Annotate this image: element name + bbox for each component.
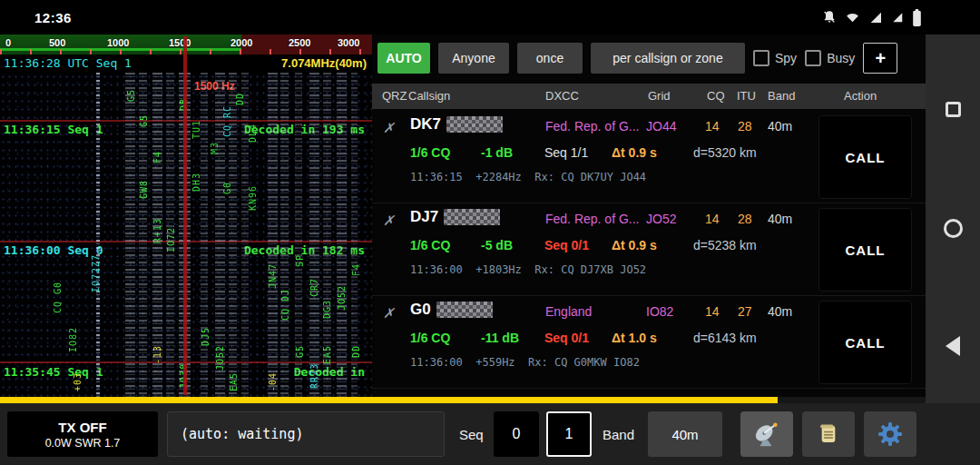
seq-label: Seq: [459, 403, 484, 465]
itu-zone: 27: [738, 304, 752, 319]
trace-callsign-label: IO72Z7: [91, 254, 101, 292]
busy-checkbox-label: Busy: [827, 51, 855, 65]
header-itu: ITU: [737, 84, 756, 109]
anyone-button[interactable]: Anyone: [438, 43, 509, 74]
qrz-status-icon: ✗: [383, 213, 395, 229]
cq-count: 1/6 CQ: [410, 145, 450, 160]
spy-checkbox[interactable]: Spy: [753, 50, 797, 66]
decode-row[interactable]: ✗ DJ7 Fed. Rep. of G... JO52 14 28 40m 1…: [372, 203, 926, 296]
grid-locator: JO44: [646, 119, 676, 134]
add-button[interactable]: +: [863, 43, 897, 74]
trace-callsign-label: EA5: [229, 372, 239, 391]
header-action: Action: [844, 84, 877, 109]
battery-icon: [912, 9, 922, 26]
trace-callsign-label: JO52: [215, 345, 225, 371]
cursor-frequency-label: 1500 Hz: [194, 80, 235, 93]
itu-zone: 28: [738, 119, 752, 134]
settings-button[interactable]: [864, 411, 916, 457]
sequence-time-label: 11:35:45 Seq 1: [4, 365, 103, 379]
callsign: G0: [410, 301, 493, 319]
decode-row[interactable]: ✗ G0 England IO82 14 27 40m 1/6 CQ -11 d…: [372, 296, 926, 389]
freq-tick: 2000: [230, 37, 252, 48]
frequency-cursor-line: [183, 36, 187, 395]
rx-message: 11:36:00 +1803Hz Rx: CQ DJ7XB JO52: [410, 263, 646, 276]
trace-callsign-label: DJ5: [201, 327, 211, 346]
back-button[interactable]: [946, 336, 960, 356]
busy-checkbox[interactable]: Busy: [805, 50, 855, 66]
sequence-time-label: 11:36:15 Seq 1: [4, 123, 103, 136]
trace-callsign-label: JN47: [268, 263, 278, 289]
ft8-app-window: 12:36 0 500 1000 1500 2000 2500 3000 11:…: [0, 0, 980, 465]
decode-panel: AUTO Anyone once per callsign or zone Sp…: [372, 35, 926, 397]
freq-tick: 1500: [169, 37, 191, 48]
recents-button[interactable]: [946, 102, 961, 117]
auto-button[interactable]: AUTO: [377, 43, 430, 74]
radio-connection-button[interactable]: [740, 411, 793, 457]
home-button[interactable]: [944, 219, 963, 238]
trace-callsign-label: JO52: [337, 285, 347, 311]
log-button[interactable]: [802, 411, 855, 457]
callsign-prefix: DJ7: [410, 208, 438, 226]
decode-toolbar: AUTO Anyone once per callsign or zone Sp…: [377, 42, 897, 74]
dxcc-entity: Fed. Rep. of G...: [545, 119, 640, 134]
trace-callsign-label: GW8: [139, 180, 149, 199]
gear-icon: [877, 421, 903, 447]
rx-message: 11:36:15 +2284Hz Rx: CQ DK7UY JO44: [410, 171, 646, 183]
header-band: Band: [768, 84, 795, 109]
sequence-status: Seq 0/1: [544, 331, 589, 345]
qrz-status-icon: ✗: [383, 120, 395, 136]
spy-checkbox-label: Spy: [775, 51, 797, 65]
sequence-time-label: 11:36:00 Seq 0: [4, 243, 103, 257]
censored-callsign-pixels: [444, 209, 500, 225]
seq-odd-button[interactable]: 1: [546, 411, 592, 457]
band-value: 40m: [768, 119, 792, 134]
waterfall-panel: 0 500 1000 1500 2000 2500 3000 11:36:28 …: [0, 35, 372, 397]
status-time: 12:36: [34, 10, 72, 25]
distance: d=5320 km: [693, 145, 757, 160]
busy-checkbox-box[interactable]: [805, 50, 821, 66]
auto-status-text: (auto: waiting): [181, 426, 303, 442]
trace-callsign-label: G5: [295, 345, 305, 358]
freq-tick: 3000: [338, 37, 359, 48]
censored-callsign-pixels: [436, 302, 493, 318]
satellite-dish-icon: [753, 420, 780, 448]
spy-checkbox-box[interactable]: [753, 50, 769, 66]
time-delta: Δt 0.9 s: [612, 238, 657, 252]
sequence-status: Seq 0/1: [544, 238, 589, 252]
decode-table-header: QRZ Callsign DXCC Grid CQ ITU Band Actio…: [372, 84, 926, 109]
once-button[interactable]: once: [517, 43, 583, 74]
trace-callsign-label: IO82: [68, 327, 78, 352]
dxcc-entity: England: [545, 304, 592, 319]
reply-filter-button[interactable]: per callsign or zone: [591, 43, 745, 74]
cq-count: 1/6 CQ: [410, 238, 450, 252]
header-qrz: QRZ: [382, 84, 407, 109]
utc-time-label: 11:36:28 UTC Seq 1: [4, 56, 132, 70]
trace-callsign-label: CQ DJ: [280, 289, 290, 321]
wifi-icon: [845, 10, 860, 25]
bottom-control-bar: TX OFF 0.0W SWR 1.7 (auto: waiting) Seq …: [0, 403, 980, 465]
distance: d=6143 km: [693, 331, 757, 345]
decode-row[interactable]: ✗ DK7 Fed. Rep. of G... JO44 14 28 40m 1…: [372, 111, 926, 203]
decode-duration-label: Decoded in 182 ms: [244, 243, 365, 257]
trace-callsign-label: KN96: [248, 185, 258, 211]
band-select-button[interactable]: 40m: [648, 411, 722, 457]
rx-message: 11:36:00 +559Hz Rx: CQ G0MKW IO82: [410, 356, 640, 369]
tx-power-label: 0.0W SWR 1.7: [45, 437, 121, 450]
call-button[interactable]: CALL: [818, 208, 912, 292]
seq-even-button[interactable]: 0: [494, 411, 539, 457]
call-button[interactable]: CALL: [818, 115, 912, 199]
header-callsign: Callsign: [408, 84, 450, 109]
trace-callsign-label: R+13: [152, 218, 162, 243]
snr-value: -1 dB: [481, 145, 513, 160]
callsign-prefix: G0: [410, 301, 431, 319]
dial-frequency-label: 7.074MHz(40m): [281, 56, 367, 70]
freq-tick: 500: [49, 37, 65, 48]
header-dxcc: DXCC: [545, 84, 579, 109]
freq-tick: 0: [5, 37, 11, 48]
grid-locator: IO82: [646, 304, 673, 319]
band-value: 40m: [768, 212, 792, 226]
tx-toggle-button[interactable]: TX OFF 0.0W SWR 1.7: [7, 411, 158, 457]
sequence-status: Seq 1/1: [544, 145, 588, 160]
call-button[interactable]: CALL: [818, 301, 912, 384]
grid-locator: JO52: [646, 212, 676, 226]
